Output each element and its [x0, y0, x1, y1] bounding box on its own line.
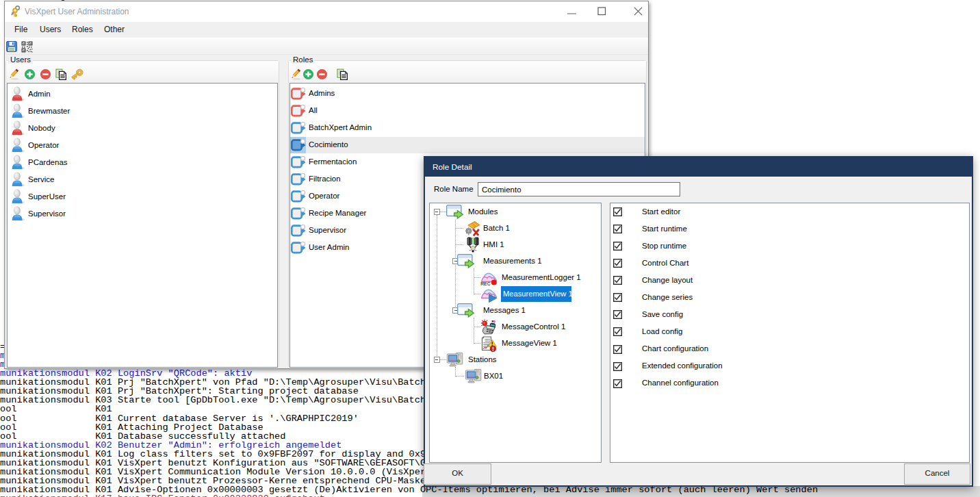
svg-text:REC: REC	[480, 281, 490, 286]
